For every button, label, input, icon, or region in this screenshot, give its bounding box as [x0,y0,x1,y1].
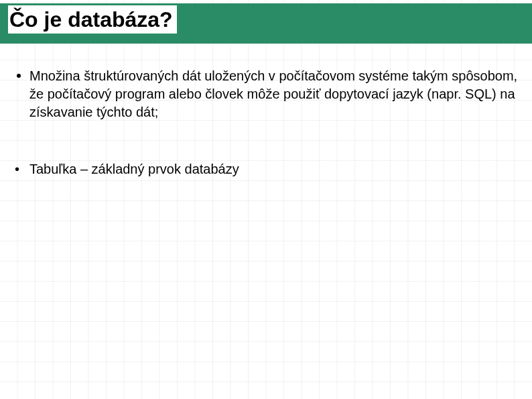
bullet-list-2: • Tabuľka – základný prvok databázy [13,160,519,178]
slide-background-grid [0,0,532,399]
disc-bullet-icon: • [15,160,19,178]
bullet-list-1: Množina štruktúrovaných dát uložených v … [13,67,519,121]
slide-content: Množina štruktúrovaných dát uložených v … [13,67,519,178]
bullet-item-1: Množina štruktúrovaných dát uložených v … [13,67,519,121]
bullet-item-2: • Tabuľka – základný prvok databázy [13,160,519,178]
bullet-text: Množina štruktúrovaných dát uložených v … [29,68,517,119]
bullet-text: Tabuľka – základný prvok databázy [29,162,239,176]
round-bullet-icon [17,74,21,78]
slide-title: Čo je databáza? [8,5,177,34]
